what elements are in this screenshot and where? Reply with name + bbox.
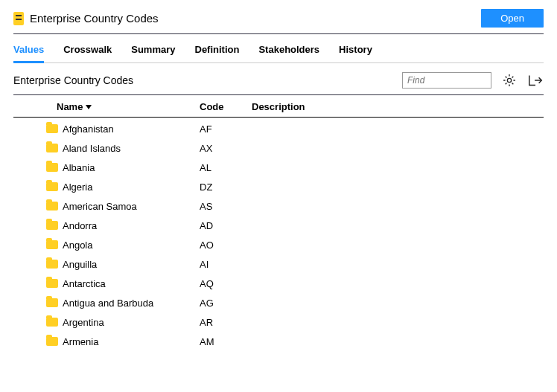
page-title: Enterprise Country Codes [30, 12, 159, 25]
table-row[interactable]: AntarcticaAQ [13, 274, 544, 293]
cell-name-text: American Samoa [63, 201, 137, 212]
tab-stakeholders[interactable]: Stakeholders [258, 44, 319, 63]
tab-definition[interactable]: Definition [195, 44, 240, 63]
toolbar: Enterprise Country Codes [13, 63, 544, 95]
tab-history[interactable]: History [339, 44, 372, 63]
table-row[interactable]: AngolaAO [13, 235, 544, 254]
cell-code: AM [200, 336, 252, 347]
cell-name-text: Angola [63, 240, 92, 251]
table-row[interactable]: American SamoaAS [13, 196, 544, 216]
tab-summary[interactable]: Summary [131, 44, 175, 63]
folder-icon [46, 163, 58, 172]
col-name-label: Name [57, 101, 83, 112]
open-button[interactable]: Open [481, 9, 544, 28]
cell-name: American Samoa [43, 201, 200, 212]
svg-point-0 [507, 78, 511, 82]
cell-name: Andorra [43, 220, 200, 231]
folder-icon [46, 182, 58, 191]
cell-name: Afghanistan [43, 123, 200, 135]
table-row[interactable]: AlbaniaAL [13, 158, 544, 177]
cell-name-text: Afghanistan [63, 123, 114, 135]
folder-icon [46, 144, 58, 152]
table-row[interactable]: ArmeniaAM [13, 332, 544, 351]
table-row[interactable]: AfghanistanAF [13, 119, 544, 138]
folder-icon [46, 260, 58, 269]
table-row[interactable]: ArgentinaAR [13, 312, 544, 332]
search-input[interactable] [402, 72, 491, 89]
cell-code: DZ [200, 181, 252, 193]
folder-icon [46, 279, 58, 288]
cell-code: AO [200, 240, 252, 251]
tab-crosswalk[interactable]: Crosswalk [63, 44, 112, 63]
table-row[interactable]: AndorraAD [13, 216, 544, 235]
cell-name: Argentina [43, 317, 200, 328]
cell-code: AD [200, 220, 252, 231]
folder-icon [46, 337, 58, 346]
country-codes-panel: Enterprise Country Codes Open Values Cro… [0, 0, 557, 392]
cell-name-text: Argentina [63, 317, 104, 328]
table-row[interactable]: AnguillaAI [13, 254, 544, 274]
cell-name-text: Armenia [63, 336, 98, 347]
gear-icon[interactable] [502, 73, 517, 88]
folder-icon [46, 221, 58, 230]
cell-name: Angola [43, 240, 200, 251]
cell-name: Albania [43, 162, 200, 173]
folder-icon [46, 240, 58, 249]
cell-code: AI [200, 259, 252, 270]
cell-name-text: Algeria [63, 181, 92, 193]
sort-desc-icon [86, 105, 92, 109]
cell-code: AG [200, 298, 252, 309]
col-scroll-spacer [532, 101, 544, 112]
cell-name-text: Albania [63, 162, 95, 173]
cell-code: AQ [200, 278, 252, 289]
cell-code: AR [200, 317, 252, 328]
toolbar-actions [402, 72, 544, 89]
table-body[interactable]: AfghanistanAFAland IslandsAXAlbaniaALAlg… [13, 118, 544, 382]
cell-name: Anguilla [43, 259, 200, 270]
tab-bar: Values Crosswalk Summary Definition Stak… [13, 34, 544, 63]
folder-icon [46, 202, 58, 211]
cell-name-text: Antigua and Barbuda [63, 298, 153, 309]
table-row[interactable]: Antigua and BarbudaAG [13, 293, 544, 312]
panel-header: Enterprise Country Codes Open [13, 7, 544, 34]
cell-name: Armenia [43, 336, 200, 347]
cell-name: Antarctica [43, 278, 200, 289]
col-description[interactable]: Description [252, 101, 532, 112]
cell-code: AS [200, 201, 252, 212]
cell-code: AF [200, 123, 252, 135]
header-left: Enterprise Country Codes [13, 12, 159, 25]
cell-name-text: Antarctica [63, 278, 106, 289]
table-row[interactable]: Aland IslandsAX [13, 138, 544, 158]
cell-name-text: Aland Islands [63, 143, 121, 154]
cell-name: Algeria [43, 181, 200, 193]
cell-name-text: Andorra [63, 220, 97, 231]
col-name[interactable]: Name [43, 101, 200, 112]
table-row[interactable]: AlgeriaDZ [13, 177, 544, 196]
cell-name: Antigua and Barbuda [43, 298, 200, 309]
cell-code: AX [200, 143, 252, 154]
reference-table-icon [13, 12, 24, 25]
folder-icon [46, 298, 58, 307]
cell-name: Aland Islands [43, 143, 200, 154]
col-spacer [13, 101, 43, 112]
export-icon[interactable] [527, 73, 544, 88]
col-code[interactable]: Code [200, 101, 252, 112]
breadcrumb: Enterprise Country Codes [13, 74, 133, 86]
table-header: Name Code Description [13, 95, 544, 118]
folder-icon [46, 318, 58, 327]
folder-icon [46, 124, 58, 133]
cell-name-text: Anguilla [63, 259, 97, 270]
cell-code: AL [200, 162, 252, 173]
tab-values[interactable]: Values [13, 44, 44, 63]
